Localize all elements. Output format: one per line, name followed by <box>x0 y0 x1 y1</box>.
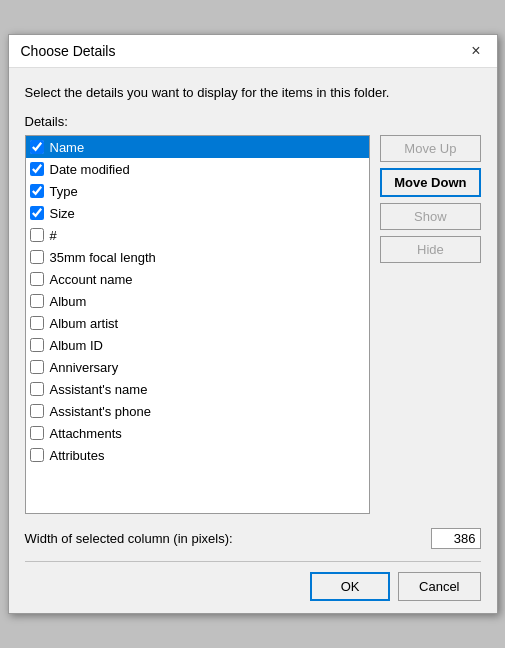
list-item[interactable]: Attachments <box>26 422 370 444</box>
list-item-checkbox[interactable] <box>30 184 44 198</box>
list-item[interactable]: Name <box>26 136 370 158</box>
width-row: Width of selected column (in pixels): <box>25 528 481 549</box>
list-item[interactable]: Size <box>26 202 370 224</box>
title-bar: Choose Details × <box>9 35 497 68</box>
list-item-label: Date modified <box>50 162 130 177</box>
list-item-checkbox[interactable] <box>30 140 44 154</box>
list-item-label: Album artist <box>50 316 119 331</box>
list-item[interactable]: Assistant's phone <box>26 400 370 422</box>
list-item-checkbox[interactable] <box>30 382 44 396</box>
dialog-body: Select the details you want to display f… <box>9 68 497 613</box>
hide-button[interactable]: Hide <box>380 236 480 263</box>
list-item-label: Size <box>50 206 75 221</box>
list-item-label: Album ID <box>50 338 103 353</box>
list-item-checkbox[interactable] <box>30 206 44 220</box>
list-item-checkbox[interactable] <box>30 294 44 308</box>
list-item-label: Anniversary <box>50 360 119 375</box>
list-item[interactable]: 35mm focal length <box>26 246 370 268</box>
list-item[interactable]: Album <box>26 290 370 312</box>
list-item-checkbox[interactable] <box>30 272 44 286</box>
description-text: Select the details you want to display f… <box>25 84 481 102</box>
list-item-label: Name <box>50 140 85 155</box>
list-item-checkbox[interactable] <box>30 316 44 330</box>
list-item[interactable]: Anniversary <box>26 356 370 378</box>
list-item-checkbox[interactable] <box>30 228 44 242</box>
width-input[interactable] <box>431 528 481 549</box>
list-item-label: Attributes <box>50 448 105 463</box>
show-button[interactable]: Show <box>380 203 480 230</box>
list-item[interactable]: # <box>26 224 370 246</box>
list-item-checkbox[interactable] <box>30 338 44 352</box>
details-list-container: NameDate modifiedTypeSize#35mm focal len… <box>25 135 371 514</box>
list-item-label: Attachments <box>50 426 122 441</box>
dialog-buttons: OK Cancel <box>25 572 481 601</box>
details-label: Details: <box>25 114 481 129</box>
list-item-label: Account name <box>50 272 133 287</box>
list-item-checkbox[interactable] <box>30 360 44 374</box>
list-and-buttons: NameDate modifiedTypeSize#35mm focal len… <box>25 135 481 514</box>
move-down-button[interactable]: Move Down <box>380 168 480 197</box>
list-item-label: Album <box>50 294 87 309</box>
choose-details-dialog: Choose Details × Select the details you … <box>8 34 498 614</box>
list-item[interactable]: Album artist <box>26 312 370 334</box>
list-item-label: Assistant's name <box>50 382 148 397</box>
list-item-checkbox[interactable] <box>30 404 44 418</box>
list-item[interactable]: Attributes <box>26 444 370 466</box>
move-up-button[interactable]: Move Up <box>380 135 480 162</box>
footer-section: Width of selected column (in pixels): OK… <box>25 528 481 601</box>
list-item[interactable]: Assistant's name <box>26 378 370 400</box>
list-item-label: # <box>50 228 57 243</box>
list-item-label: 35mm focal length <box>50 250 156 265</box>
list-item[interactable]: Date modified <box>26 158 370 180</box>
list-item-checkbox[interactable] <box>30 162 44 176</box>
details-list[interactable]: NameDate modifiedTypeSize#35mm focal len… <box>26 136 370 513</box>
action-buttons: Move Up Move Down Show Hide <box>380 135 480 514</box>
list-item-label: Type <box>50 184 78 199</box>
cancel-button[interactable]: Cancel <box>398 572 480 601</box>
divider <box>25 561 481 562</box>
dialog-title: Choose Details <box>21 43 116 59</box>
list-item-checkbox[interactable] <box>30 426 44 440</box>
list-item[interactable]: Type <box>26 180 370 202</box>
list-item-checkbox[interactable] <box>30 448 44 462</box>
close-button[interactable]: × <box>467 43 484 59</box>
list-item-label: Assistant's phone <box>50 404 152 419</box>
list-item[interactable]: Account name <box>26 268 370 290</box>
ok-button[interactable]: OK <box>310 572 390 601</box>
width-label: Width of selected column (in pixels): <box>25 531 431 546</box>
list-item-checkbox[interactable] <box>30 250 44 264</box>
list-item[interactable]: Album ID <box>26 334 370 356</box>
